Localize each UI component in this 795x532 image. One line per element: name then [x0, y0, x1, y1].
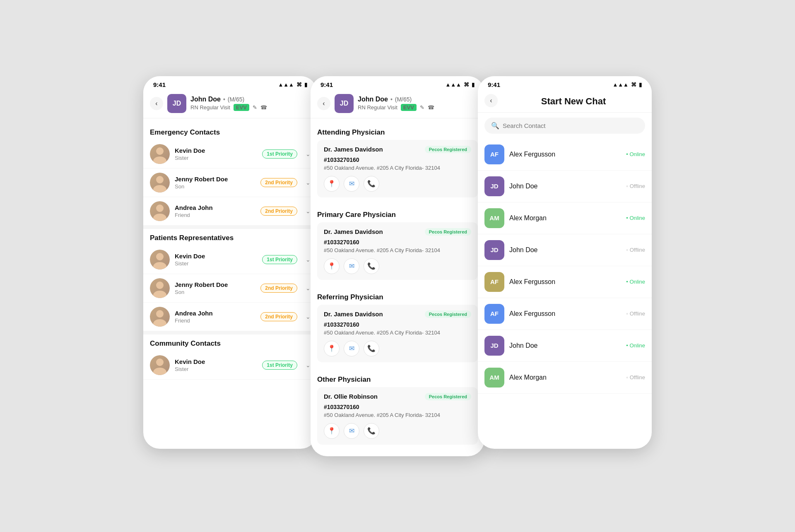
contact-info: Kevin Doe Sister	[175, 147, 257, 161]
phone-button[interactable]: 📞	[364, 176, 379, 192]
online-status: ◦ Offline	[626, 311, 645, 317]
contact-avatar	[150, 355, 170, 375]
phone-button[interactable]: 📞	[364, 423, 379, 439]
physician-address: #50 Oakland Avenue. #205 A City Florida-…	[324, 412, 471, 418]
chevron-down-icon[interactable]: ⌄	[306, 151, 311, 157]
physician-section-title: Referring Physician	[311, 288, 484, 305]
physician-card: Dr. James Davidson Pecos Registered #103…	[317, 222, 478, 280]
contact-name: Andrea John	[175, 204, 255, 211]
chevron-down-icon[interactable]: ⌄	[306, 285, 311, 291]
chevron-down-icon[interactable]: ⌄	[306, 208, 311, 214]
edit-icon[interactable]: ✎	[420, 104, 424, 111]
dot: •	[390, 96, 393, 103]
phone-button[interactable]: 📞	[364, 258, 379, 274]
contact-list: AF Alex Fergusson • Online JD John Doe ◦…	[478, 139, 652, 394]
list-item[interactable]: AM Alex Morgan ◦ Offline	[478, 362, 652, 394]
signal-icon: ▲▲▲	[445, 82, 461, 88]
patient-name: John Doe • (M/65)	[190, 96, 311, 103]
location-button[interactable]: 📍	[324, 423, 340, 439]
location-button[interactable]: 📍	[324, 176, 340, 192]
section-title: Patients Representatives	[143, 229, 317, 246]
list-item[interactable]: JD John Doe ◦ Offline	[478, 234, 652, 266]
list-avatar: AM	[484, 208, 504, 228]
wifi-icon: ⌘	[631, 82, 636, 88]
email-button[interactable]: ✉	[344, 176, 359, 192]
contact-info: Jenny Robert Doe Son	[175, 176, 255, 190]
contact-relation: Friend	[175, 212, 255, 218]
time: 9:41	[320, 81, 333, 88]
contact-avatar	[150, 278, 170, 298]
status-icons: ▲▲▲ ⌘ ▮	[612, 82, 642, 88]
list-item[interactable]: JD John Doe • Online	[478, 330, 652, 362]
list-item[interactable]: AF Alex Fergusson • Online	[478, 139, 652, 171]
list-name: Alex Fergusson	[509, 278, 621, 286]
physician-card: Dr. James Davidson Pecos Registered #103…	[317, 140, 478, 197]
email-button[interactable]: ✉	[344, 341, 359, 356]
phone-button[interactable]: 📞	[364, 341, 379, 356]
list-item[interactable]: AM Alex Morgan • Online	[478, 202, 652, 234]
back-button[interactable]: ‹	[150, 97, 163, 110]
section-title: Community Contacts	[143, 335, 317, 351]
list-name: Alex Morgan	[509, 374, 621, 381]
contact-info: Andrea John Friend	[175, 310, 255, 324]
patient-name: John Doe • (M/65)	[358, 96, 478, 103]
section-separator	[143, 226, 317, 229]
contact-row: Kevin Doe Sister 1st Priority ⌄	[143, 140, 317, 169]
header-info: John Doe • (M/65) RN Regular Visit EVV ✎…	[358, 96, 478, 111]
physician-address: #50 Oakland Avenue. #205 A City Florida-…	[324, 247, 471, 253]
chevron-down-icon[interactable]: ⌄	[306, 256, 311, 263]
header-sub: RN Regular Visit EVV ✎ ☎	[358, 104, 478, 111]
contact-avatar-img	[150, 250, 170, 270]
chat-icon[interactable]: ☎	[428, 104, 434, 111]
patient-avatar: JD	[167, 94, 186, 113]
back-button[interactable]: ‹	[484, 94, 498, 107]
physician-name: Dr. James Davidson	[324, 228, 383, 235]
physician-actions: 📍 ✉ 📞	[324, 176, 471, 192]
location-button[interactable]: 📍	[324, 258, 340, 274]
physician-address: #50 Oakland Avenue. #205 A City Florida-…	[324, 165, 471, 171]
list-avatar: AM	[484, 368, 504, 388]
physician-section-title: Primary Care Physician	[311, 206, 484, 222]
back-button[interactable]: ‹	[317, 97, 330, 110]
email-button[interactable]: ✉	[344, 258, 359, 274]
time: 9:41	[488, 81, 500, 88]
list-item[interactable]: AF Alex Fergusson ◦ Offline	[478, 298, 652, 330]
patient-meta: (M/65)	[228, 96, 244, 103]
evv-badge: EVV	[401, 104, 417, 111]
physician-name: Dr. James Davidson	[324, 311, 383, 318]
priority-badge: 2nd Priority	[260, 312, 297, 321]
chevron-down-icon[interactable]: ⌄	[306, 313, 311, 320]
online-status: ◦ Offline	[626, 247, 645, 253]
list-avatar: JD	[484, 336, 504, 356]
patient-avatar: JD	[335, 94, 354, 113]
contact-avatar	[150, 250, 170, 270]
search-input[interactable]	[503, 122, 638, 129]
contact-info: Andrea John Friend	[175, 204, 255, 218]
edit-icon[interactable]: ✎	[253, 104, 257, 111]
list-item[interactable]: JD John Doe ◦ Offline	[478, 171, 652, 202]
wifi-icon: ⌘	[464, 82, 469, 88]
chat-icon[interactable]: ☎	[260, 104, 267, 111]
search-bar[interactable]: 🔍	[484, 118, 645, 134]
list-item[interactable]: AF Alex Fergusson • Online	[478, 266, 652, 298]
status-icons: ▲▲▲ ⌘ ▮	[445, 82, 475, 88]
panel2-phone: 9:41 ▲▲▲ ⌘ ▮ ‹ JD John Doe • (M/65) RN R…	[311, 76, 484, 456]
list-name: John Doe	[509, 246, 621, 254]
chevron-down-icon[interactable]: ⌄	[306, 362, 311, 368]
header-info: John Doe • (M/65) RN Regular Visit EVV ✎…	[190, 96, 311, 111]
header-bar: ‹ JD John Doe • (M/65) RN Regular Visit …	[311, 91, 484, 118]
list-name: Alex Morgan	[509, 214, 621, 222]
location-button[interactable]: 📍	[324, 341, 340, 356]
header-bar: ‹ JD John Doe • (M/65) RN Regular Visit …	[143, 91, 317, 118]
contact-row: Andrea John Friend 2nd Priority ⌄	[143, 303, 317, 331]
contact-avatar-img	[150, 144, 170, 164]
section-separator	[143, 331, 317, 335]
email-button[interactable]: ✉	[344, 423, 359, 439]
list-name: Alex Fergusson	[509, 310, 621, 318]
battery-icon: ▮	[639, 82, 642, 88]
panel1-phone: 9:41 ▲▲▲ ⌘ ▮ ‹ JD John Doe • (M/65) RN R…	[143, 76, 317, 449]
contact-row: Andrea John Friend 2nd Priority ⌄	[143, 197, 317, 226]
chevron-down-icon[interactable]: ⌄	[306, 179, 311, 186]
chat-header-bar: ‹ Start New Chat	[478, 91, 652, 113]
signal-icon: ▲▲▲	[612, 82, 629, 88]
